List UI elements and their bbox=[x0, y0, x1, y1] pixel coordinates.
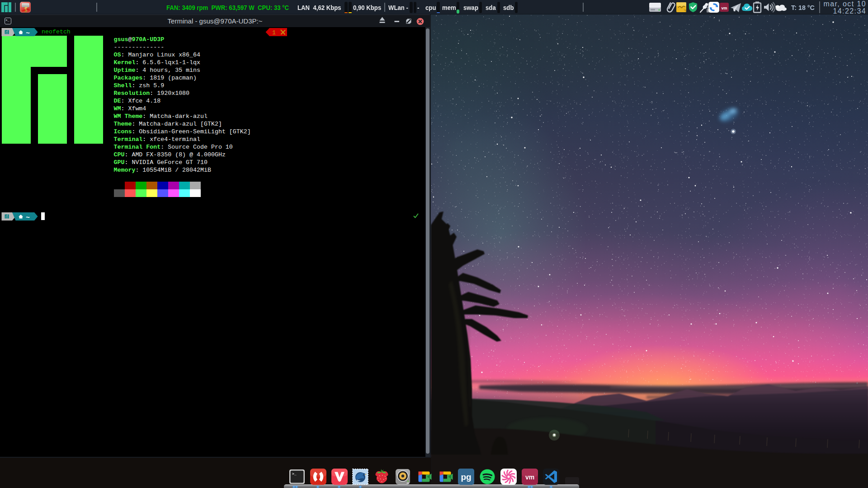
svg-text:pg: pg bbox=[461, 472, 472, 482]
svg-text:~: ~ bbox=[26, 30, 30, 37]
svg-text:vm: vm bbox=[721, 6, 727, 10]
svg-text:vm: vm bbox=[525, 474, 534, 481]
svg-text:~: ~ bbox=[26, 214, 30, 221]
svg-text:1: 1 bbox=[272, 29, 276, 36]
svg-text:>_: >_ bbox=[292, 472, 297, 476]
